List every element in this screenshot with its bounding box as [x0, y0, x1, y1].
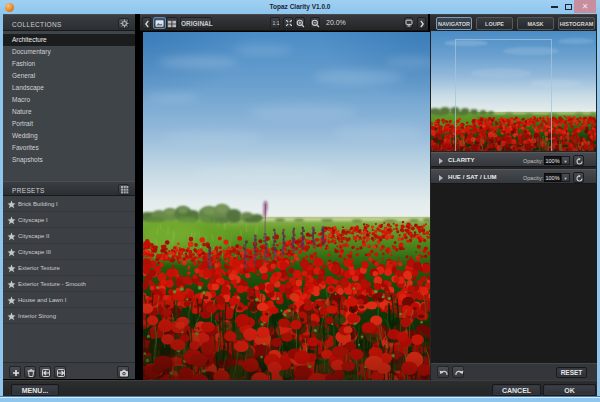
svg-text:1:1: 1:1: [272, 20, 279, 26]
